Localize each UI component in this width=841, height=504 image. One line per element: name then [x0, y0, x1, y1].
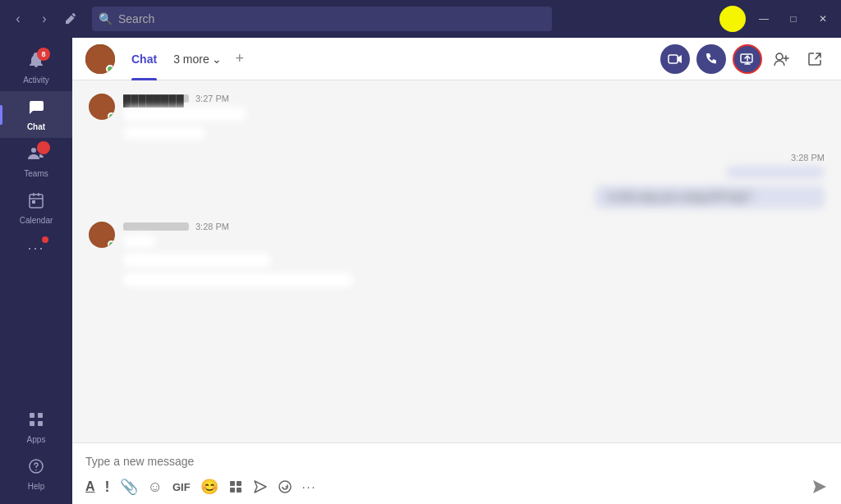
format-button[interactable]: A [85, 479, 95, 494]
schedule-icon [228, 479, 243, 494]
outgoing-bubble-1 [726, 166, 825, 179]
svg-rect-7 [38, 421, 43, 426]
sidebar-item-chat[interactable]: Chat [0, 91, 72, 138]
search-input[interactable] [92, 7, 552, 31]
sidebar-item-teams-label: Teams [24, 169, 48, 178]
emoji-icon: ☺ [148, 479, 163, 496]
svg-point-0 [31, 148, 36, 153]
online-status [106, 65, 114, 73]
svg-marker-19 [813, 480, 826, 493]
help-icon [27, 457, 45, 479]
maximize-button[interactable]: □ [782, 7, 805, 30]
svg-rect-5 [38, 413, 43, 418]
calendar-icon [27, 191, 45, 213]
chat-tabs: Chat 3 more ⌄ + [122, 38, 251, 80]
activity-badge: 8 [37, 48, 50, 61]
sidebar-item-chat-label: Chat [27, 122, 45, 131]
msg-sender-2 [123, 222, 189, 231]
messages-area[interactable]: ████████ 3:27 PM 3:28 PM Is this way you… [72, 80, 841, 442]
priority-icon: ! [105, 479, 110, 496]
message-row-2: 3:28 PM [89, 222, 825, 287]
teams-icon [27, 144, 45, 167]
attach-button[interactable]: 📎 [120, 478, 138, 496]
svg-rect-6 [30, 421, 34, 426]
msg-avatar [89, 94, 115, 120]
send-later-button[interactable] [253, 479, 268, 494]
search-bar: 🔍 [92, 7, 552, 31]
outgoing-message-row: 3:28 PM Is this way you using API key? [89, 153, 825, 208]
sidebar-item-help-label: Help [28, 482, 45, 491]
audio-call-button[interactable] [696, 44, 726, 74]
teams-badge [37, 141, 50, 154]
sidebar-item-apps[interactable]: Apps [0, 404, 72, 451]
chat-icon [27, 98, 45, 120]
attach-icon: 📎 [120, 478, 138, 496]
more-options-button[interactable]: ··· [302, 480, 317, 493]
format-icon: A [85, 479, 95, 494]
sidebar-item-more[interactable]: ··· [0, 231, 72, 263]
send-icon [811, 479, 828, 495]
svg-rect-3 [32, 200, 35, 204]
gif-icon: GIF [172, 481, 191, 493]
schedule-button[interactable] [228, 479, 243, 494]
svg-rect-16 [237, 488, 241, 493]
add-tab-button[interactable]: + [228, 48, 251, 71]
gif-button[interactable]: GIF [172, 481, 191, 493]
video-call-button[interactable] [660, 44, 690, 74]
user-avatar[interactable] [719, 6, 746, 32]
contact-avatar [85, 44, 115, 74]
nav-buttons: ‹ › [7, 7, 56, 30]
message-row: ████████ 3:27 PM [89, 94, 825, 140]
compose-button[interactable] [59, 7, 82, 30]
title-bar: ‹ › 🔍 — □ ✕ [0, 0, 841, 38]
msg-content-2: 3:28 PM [123, 222, 353, 287]
minimize-button[interactable]: — [752, 7, 775, 30]
active-indicator [0, 105, 2, 125]
popout-button[interactable] [802, 46, 828, 72]
msg-bubble-1 [123, 107, 246, 121]
svg-rect-4 [30, 413, 34, 418]
outgoing-content: 3:28 PM Is this way you using API key? [595, 153, 825, 208]
tabs-more-button[interactable]: 3 more ⌄ [167, 53, 228, 66]
chevron-down-icon: ⌄ [212, 53, 222, 66]
msg-time: 3:27 PM [195, 94, 229, 103]
msg-bubble-3a [123, 235, 156, 248]
more-icon: ··· [27, 238, 44, 257]
sidebar-item-teams[interactable]: Teams [0, 138, 72, 185]
svg-rect-15 [230, 488, 235, 493]
add-participants-button[interactable] [769, 46, 795, 72]
main-layout: 8 Activity Chat [0, 38, 841, 504]
avatar-online-dot [108, 112, 115, 120]
chat-panel: Chat 3 more ⌄ + [72, 38, 841, 504]
msg-content: ████████ 3:27 PM [123, 94, 246, 140]
sidebar-item-help[interactable]: Help [0, 451, 72, 497]
close-button[interactable]: ✕ [811, 7, 834, 30]
share-screen-button[interactable] [733, 44, 762, 74]
svg-rect-14 [237, 481, 241, 486]
svg-rect-11 [741, 54, 752, 62]
msg-avatar-2 [89, 222, 115, 248]
message-input[interactable] [85, 451, 828, 471]
avatar-online-dot-2 [108, 241, 115, 248]
msg-bubble-2 [123, 126, 205, 140]
forward-button[interactable]: › [33, 7, 56, 30]
title-bar-right: — □ ✕ [719, 6, 834, 32]
send-later-icon [253, 479, 268, 494]
msg-meta-2: 3:28 PM [123, 222, 353, 231]
more-dot-badge [42, 236, 48, 243]
tab-chat[interactable]: Chat [122, 38, 167, 80]
outgoing-bubble-2: Is this way you using API key? [595, 186, 825, 208]
sidebar-item-calendar-label: Calendar [20, 216, 53, 225]
sticker-button[interactable]: 😊 [200, 478, 218, 496]
sidebar-item-activity[interactable]: 8 Activity [0, 44, 72, 91]
emoji-button[interactable]: ☺ [148, 479, 163, 496]
svg-point-12 [776, 53, 783, 60]
send-button[interactable] [811, 479, 828, 495]
record-button[interactable] [278, 479, 292, 494]
sidebar-item-calendar[interactable]: Calendar [0, 185, 72, 231]
svg-marker-17 [255, 481, 266, 493]
svg-rect-13 [230, 481, 235, 486]
priority-button[interactable]: ! [105, 479, 110, 496]
back-button[interactable]: ‹ [7, 7, 30, 30]
chat-header: Chat 3 more ⌄ + [72, 38, 841, 80]
